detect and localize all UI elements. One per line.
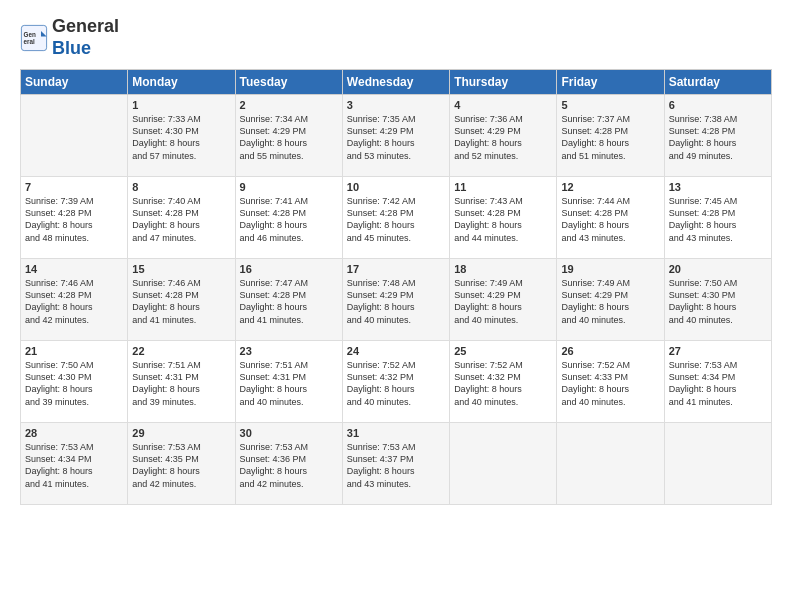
day-cell: 13Sunrise: 7:45 AMSunset: 4:28 PMDayligh… <box>664 177 771 259</box>
cell-info: Sunrise: 7:37 AMSunset: 4:28 PMDaylight:… <box>561 113 659 162</box>
day-cell: 12Sunrise: 7:44 AMSunset: 4:28 PMDayligh… <box>557 177 664 259</box>
weekday-header-row: SundayMondayTuesdayWednesdayThursdayFrid… <box>21 70 772 95</box>
day-cell: 3Sunrise: 7:35 AMSunset: 4:29 PMDaylight… <box>342 95 449 177</box>
week-row-1: 1Sunrise: 7:33 AMSunset: 4:30 PMDaylight… <box>21 95 772 177</box>
day-number: 11 <box>454 181 552 193</box>
day-cell: 21Sunrise: 7:50 AMSunset: 4:30 PMDayligh… <box>21 341 128 423</box>
cell-info: Sunrise: 7:52 AMSunset: 4:33 PMDaylight:… <box>561 359 659 408</box>
day-cell: 11Sunrise: 7:43 AMSunset: 4:28 PMDayligh… <box>450 177 557 259</box>
day-cell: 19Sunrise: 7:49 AMSunset: 4:29 PMDayligh… <box>557 259 664 341</box>
day-number: 3 <box>347 99 445 111</box>
day-number: 5 <box>561 99 659 111</box>
day-number: 8 <box>132 181 230 193</box>
day-cell: 24Sunrise: 7:52 AMSunset: 4:32 PMDayligh… <box>342 341 449 423</box>
cell-info: Sunrise: 7:43 AMSunset: 4:28 PMDaylight:… <box>454 195 552 244</box>
cell-info: Sunrise: 7:41 AMSunset: 4:28 PMDaylight:… <box>240 195 338 244</box>
weekday-header-friday: Friday <box>557 70 664 95</box>
day-cell: 6Sunrise: 7:38 AMSunset: 4:28 PMDaylight… <box>664 95 771 177</box>
cell-info: Sunrise: 7:39 AMSunset: 4:28 PMDaylight:… <box>25 195 123 244</box>
weekday-header-monday: Monday <box>128 70 235 95</box>
cell-info: Sunrise: 7:53 AMSunset: 4:34 PMDaylight:… <box>669 359 767 408</box>
cell-info: Sunrise: 7:48 AMSunset: 4:29 PMDaylight:… <box>347 277 445 326</box>
week-row-5: 28Sunrise: 7:53 AMSunset: 4:34 PMDayligh… <box>21 423 772 505</box>
logo: Gen eral General Blue <box>20 16 119 59</box>
day-number: 29 <box>132 427 230 439</box>
svg-text:Gen: Gen <box>24 30 36 37</box>
cell-info: Sunrise: 7:52 AMSunset: 4:32 PMDaylight:… <box>454 359 552 408</box>
day-number: 4 <box>454 99 552 111</box>
day-cell <box>21 95 128 177</box>
logo-icon: Gen eral <box>20 24 48 52</box>
day-number: 25 <box>454 345 552 357</box>
day-cell: 18Sunrise: 7:49 AMSunset: 4:29 PMDayligh… <box>450 259 557 341</box>
day-cell: 22Sunrise: 7:51 AMSunset: 4:31 PMDayligh… <box>128 341 235 423</box>
day-number: 31 <box>347 427 445 439</box>
day-number: 10 <box>347 181 445 193</box>
day-cell: 4Sunrise: 7:36 AMSunset: 4:29 PMDaylight… <box>450 95 557 177</box>
day-number: 19 <box>561 263 659 275</box>
day-cell: 15Sunrise: 7:46 AMSunset: 4:28 PMDayligh… <box>128 259 235 341</box>
cell-info: Sunrise: 7:52 AMSunset: 4:32 PMDaylight:… <box>347 359 445 408</box>
day-cell: 16Sunrise: 7:47 AMSunset: 4:28 PMDayligh… <box>235 259 342 341</box>
logo-text-line1: General <box>52 16 119 38</box>
cell-info: Sunrise: 7:46 AMSunset: 4:28 PMDaylight:… <box>25 277 123 326</box>
cell-info: Sunrise: 7:45 AMSunset: 4:28 PMDaylight:… <box>669 195 767 244</box>
day-number: 23 <box>240 345 338 357</box>
day-number: 26 <box>561 345 659 357</box>
day-number: 15 <box>132 263 230 275</box>
header: Gen eral General Blue <box>20 16 772 59</box>
cell-info: Sunrise: 7:51 AMSunset: 4:31 PMDaylight:… <box>240 359 338 408</box>
day-cell: 25Sunrise: 7:52 AMSunset: 4:32 PMDayligh… <box>450 341 557 423</box>
day-cell: 20Sunrise: 7:50 AMSunset: 4:30 PMDayligh… <box>664 259 771 341</box>
cell-info: Sunrise: 7:33 AMSunset: 4:30 PMDaylight:… <box>132 113 230 162</box>
day-number: 9 <box>240 181 338 193</box>
day-number: 18 <box>454 263 552 275</box>
day-cell: 28Sunrise: 7:53 AMSunset: 4:34 PMDayligh… <box>21 423 128 505</box>
day-cell: 17Sunrise: 7:48 AMSunset: 4:29 PMDayligh… <box>342 259 449 341</box>
day-cell: 14Sunrise: 7:46 AMSunset: 4:28 PMDayligh… <box>21 259 128 341</box>
weekday-header-saturday: Saturday <box>664 70 771 95</box>
cell-info: Sunrise: 7:53 AMSunset: 4:37 PMDaylight:… <box>347 441 445 490</box>
cell-info: Sunrise: 7:53 AMSunset: 4:35 PMDaylight:… <box>132 441 230 490</box>
day-number: 28 <box>25 427 123 439</box>
day-number: 2 <box>240 99 338 111</box>
weekday-header-wednesday: Wednesday <box>342 70 449 95</box>
cell-info: Sunrise: 7:50 AMSunset: 4:30 PMDaylight:… <box>25 359 123 408</box>
day-number: 16 <box>240 263 338 275</box>
cell-info: Sunrise: 7:49 AMSunset: 4:29 PMDaylight:… <box>454 277 552 326</box>
cell-info: Sunrise: 7:36 AMSunset: 4:29 PMDaylight:… <box>454 113 552 162</box>
cell-info: Sunrise: 7:47 AMSunset: 4:28 PMDaylight:… <box>240 277 338 326</box>
day-number: 20 <box>669 263 767 275</box>
day-number: 27 <box>669 345 767 357</box>
day-cell: 5Sunrise: 7:37 AMSunset: 4:28 PMDaylight… <box>557 95 664 177</box>
day-cell: 30Sunrise: 7:53 AMSunset: 4:36 PMDayligh… <box>235 423 342 505</box>
day-number: 17 <box>347 263 445 275</box>
week-row-2: 7Sunrise: 7:39 AMSunset: 4:28 PMDaylight… <box>21 177 772 259</box>
day-number: 7 <box>25 181 123 193</box>
cell-info: Sunrise: 7:44 AMSunset: 4:28 PMDaylight:… <box>561 195 659 244</box>
calendar-page: Gen eral General Blue SundayMondayTuesda… <box>0 0 792 612</box>
cell-info: Sunrise: 7:34 AMSunset: 4:29 PMDaylight:… <box>240 113 338 162</box>
day-cell: 23Sunrise: 7:51 AMSunset: 4:31 PMDayligh… <box>235 341 342 423</box>
day-cell <box>664 423 771 505</box>
day-number: 1 <box>132 99 230 111</box>
day-number: 12 <box>561 181 659 193</box>
day-number: 22 <box>132 345 230 357</box>
day-cell: 7Sunrise: 7:39 AMSunset: 4:28 PMDaylight… <box>21 177 128 259</box>
cell-info: Sunrise: 7:50 AMSunset: 4:30 PMDaylight:… <box>669 277 767 326</box>
day-cell: 8Sunrise: 7:40 AMSunset: 4:28 PMDaylight… <box>128 177 235 259</box>
day-cell: 29Sunrise: 7:53 AMSunset: 4:35 PMDayligh… <box>128 423 235 505</box>
weekday-header-tuesday: Tuesday <box>235 70 342 95</box>
day-cell: 1Sunrise: 7:33 AMSunset: 4:30 PMDaylight… <box>128 95 235 177</box>
cell-info: Sunrise: 7:46 AMSunset: 4:28 PMDaylight:… <box>132 277 230 326</box>
day-cell: 2Sunrise: 7:34 AMSunset: 4:29 PMDaylight… <box>235 95 342 177</box>
day-number: 24 <box>347 345 445 357</box>
cell-info: Sunrise: 7:53 AMSunset: 4:36 PMDaylight:… <box>240 441 338 490</box>
day-cell <box>450 423 557 505</box>
calendar-table: SundayMondayTuesdayWednesdayThursdayFrid… <box>20 69 772 505</box>
day-cell: 27Sunrise: 7:53 AMSunset: 4:34 PMDayligh… <box>664 341 771 423</box>
cell-info: Sunrise: 7:40 AMSunset: 4:28 PMDaylight:… <box>132 195 230 244</box>
cell-info: Sunrise: 7:38 AMSunset: 4:28 PMDaylight:… <box>669 113 767 162</box>
cell-info: Sunrise: 7:42 AMSunset: 4:28 PMDaylight:… <box>347 195 445 244</box>
day-cell: 10Sunrise: 7:42 AMSunset: 4:28 PMDayligh… <box>342 177 449 259</box>
